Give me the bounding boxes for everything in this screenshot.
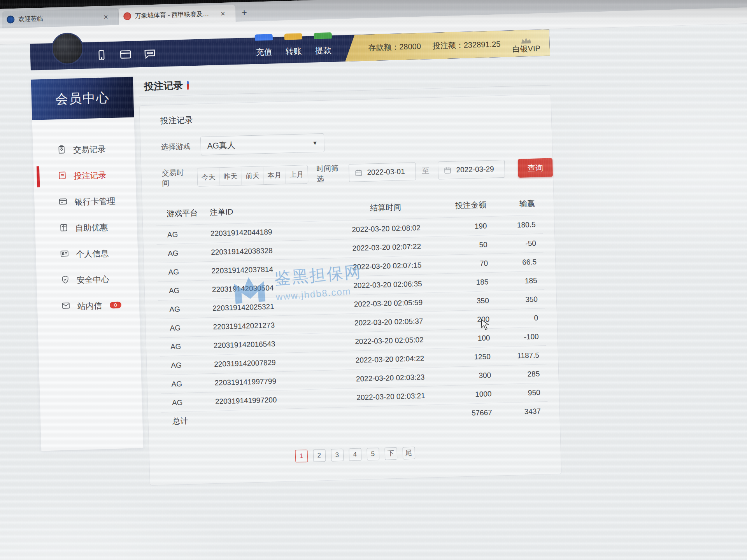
cell-settle-time: 2022-03-20 02:08:02	[326, 218, 446, 240]
nav-color-tab-icon	[314, 32, 332, 39]
calendar-icon	[354, 169, 363, 177]
page-button[interactable]: 3	[331, 448, 344, 461]
quick-date-button[interactable]: 本月	[263, 166, 286, 185]
sidebar-item[interactable]: 交易记录	[33, 135, 135, 164]
bet-records-table: 游戏平台 注单ID 结算时间 投注金额 输赢 AG 22031914204418…	[156, 193, 548, 431]
photo-frame: × 欢迎莅临 × 万象城体育 - 西甲联赛及意甲罗 × +	[0, 0, 747, 560]
sidebar-item-label: 自助优惠	[75, 222, 108, 233]
title-accent-mark	[187, 81, 189, 89]
page-button[interactable]: 5	[366, 448, 379, 460]
game-select-label: 选择游戏	[161, 141, 191, 152]
search-button[interactable]: 查询	[518, 158, 553, 177]
total-label: 总计	[161, 411, 216, 431]
quick-date-button[interactable]: 前天	[241, 166, 264, 185]
cell-win-loss: 950	[501, 383, 547, 403]
page-button[interactable]: 尾	[402, 446, 415, 459]
document-icon	[58, 171, 67, 182]
cell-bet-id: 220319142025321	[212, 296, 329, 317]
page-button[interactable]: 1	[295, 450, 308, 462]
cell-bet-id: 220319141997200	[215, 389, 331, 411]
topbar-nav-item[interactable]: 充值	[256, 43, 272, 58]
cell-bet-id: 220319142007829	[214, 352, 330, 373]
cell-bet-amount: 50	[446, 235, 497, 255]
cell-bet-amount: 190	[446, 216, 496, 236]
column-header: 注单ID	[210, 200, 326, 224]
cell-bet-amount: 350	[448, 291, 498, 311]
bet-total-value: 232891.25	[463, 40, 500, 49]
new-tab-button[interactable]: +	[235, 4, 253, 22]
bank-card-icon	[58, 197, 68, 208]
crown-icon	[520, 36, 532, 44]
cell-bet-amount: 185	[447, 272, 498, 292]
cell-platform: AG	[161, 392, 215, 412]
phone-icon[interactable]	[94, 48, 109, 62]
date-range-to-label: 至	[422, 166, 430, 176]
deposit-value: 28000	[399, 42, 421, 51]
cell-win-loss: 0	[498, 308, 545, 328]
quick-date-button[interactable]: 昨天	[219, 167, 242, 186]
sidebar-item[interactable]: 站内信 0	[37, 291, 140, 320]
quick-date-button[interactable]: 上月	[285, 165, 308, 184]
cell-win-loss: -50	[496, 234, 543, 254]
cell-win-loss: -100	[499, 327, 546, 347]
mouse-cursor	[480, 319, 491, 331]
sidebar-item-label: 个人信息	[76, 248, 109, 259]
deposit-label: 存款额：	[368, 42, 400, 52]
topbar-nav-item[interactable]: 提款	[315, 42, 331, 56]
date-from-input[interactable]: 2022-03-01	[349, 162, 416, 182]
chat-icon[interactable]	[142, 47, 157, 61]
cell-platform: AG	[160, 373, 215, 394]
sidebar-item[interactable]: 安全中心	[36, 265, 139, 294]
game-select[interactable]: AG真人 ▼	[200, 133, 324, 156]
browser-tab-welcome[interactable]: 欢迎莅临 ×	[2, 8, 119, 28]
cell-bet-amount: 70	[447, 254, 497, 274]
page: 充值 转账 提款 存款额：28000 投注额：232891.25 白银VIP	[0, 23, 747, 560]
page-button[interactable]: 下	[384, 447, 397, 460]
browser-tab-sports[interactable]: 万象城体育 - 西甲联赛及意甲罗 ×	[118, 5, 235, 25]
browser-window: × 欢迎莅临 × 万象城体育 - 西甲联赛及意甲罗 × +	[0, 0, 747, 560]
range-filter-label: 时间筛选	[316, 163, 342, 184]
coupon-icon	[59, 223, 68, 234]
cell-bet-amount: 1250	[449, 347, 500, 367]
column-header: 游戏平台	[156, 203, 210, 226]
avatar[interactable]	[51, 32, 84, 65]
quick-nav: 充值 转账 提款	[256, 42, 331, 58]
sidebar-item-label: 投注记录	[74, 170, 107, 181]
nav-color-tab-icon	[255, 34, 273, 40]
tab-title: 欢迎莅临	[18, 13, 95, 23]
sidebar-item-label: 银行卡管理	[74, 195, 116, 207]
close-icon[interactable]: ×	[215, 5, 231, 22]
cell-win-loss: 285	[500, 364, 547, 384]
cell-settle-time: 2022-03-20 02:03:23	[330, 367, 451, 389]
globe-favicon-icon	[7, 16, 15, 24]
cell-settle-time: 2022-03-20 02:04:22	[330, 348, 450, 371]
bank-card-topbar-icon[interactable]	[118, 47, 133, 61]
clipboard-icon	[57, 145, 66, 156]
topbar-nav-item[interactable]: 转账	[285, 42, 302, 57]
page-button[interactable]: 4	[349, 448, 361, 461]
bet-total-label: 投注额：	[433, 40, 464, 50]
cell-bet-amount: 100	[449, 328, 500, 348]
cell-bet-amount: 200	[448, 310, 499, 330]
quick-date-button[interactable]: 今天	[197, 168, 220, 186]
cell-bet-id: 220319141997799	[214, 370, 331, 392]
column-header: 输赢	[495, 193, 542, 216]
cell-settle-time: 2022-03-20 02:05:59	[328, 292, 448, 315]
close-icon[interactable]: ×	[98, 8, 114, 26]
nav-color-tab-icon	[284, 33, 302, 40]
sidebar-item[interactable]: 个人信息	[35, 239, 138, 268]
time-filter-label: 交易时间	[161, 168, 188, 189]
sidebar-item[interactable]: 投注记录	[33, 161, 136, 190]
sidebar-item[interactable]: 自助优惠	[35, 213, 137, 242]
cell-bet-amount: 300	[450, 366, 500, 386]
sidebar-item[interactable]: 银行卡管理	[34, 187, 137, 216]
page-button[interactable]: 2	[313, 449, 326, 462]
cell-win-loss: 180.5	[496, 215, 543, 235]
cell-settle-time: 2022-03-20 02:05:37	[329, 311, 449, 333]
date-to-input[interactable]: 2022-03-29	[438, 160, 505, 180]
sidebar-item-label: 交易记录	[73, 144, 106, 155]
cell-win-loss: 66.5	[497, 252, 544, 272]
sidebar-item-label: 站内信	[77, 300, 102, 312]
mail-icon	[61, 301, 71, 312]
unread-badge: 0	[110, 302, 121, 309]
